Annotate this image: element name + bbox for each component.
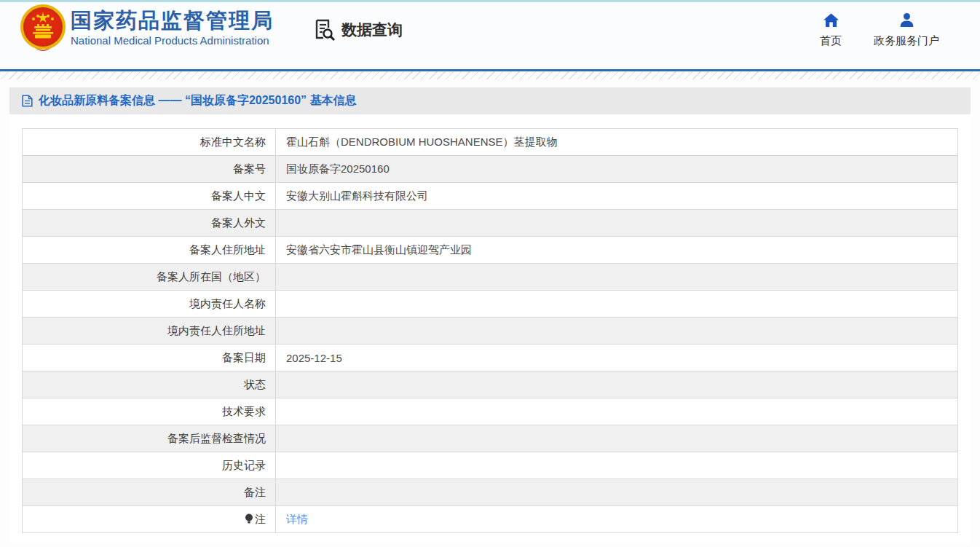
row-value: 详情 — [276, 506, 958, 533]
row-label: 境内责任人名称 — [23, 291, 276, 318]
row-value: 国妆原备字20250160 — [276, 156, 958, 183]
table-row: 注详情 — [23, 506, 958, 533]
bulb-icon — [245, 513, 253, 524]
row-value: 霍山石斛（DENDROBIUM HUOSHANENSE）茎提取物 — [276, 129, 958, 156]
nav-portal[interactable]: 政务服务门户 — [874, 12, 939, 48]
table-row: 备案日期2025-12-15 — [23, 345, 958, 371]
table-row: 备案人住所地址安徽省六安市霍山县衡山镇迎驾产业园 — [23, 237, 958, 264]
user-icon — [898, 12, 916, 29]
info-table: 标准中文名称霍山石斛（DENDROBIUM HUOSHANENSE）茎提取物备案… — [22, 128, 958, 533]
info-table-wrap: 标准中文名称霍山石斛（DENDROBIUM HUOSHANENSE）茎提取物备案… — [9, 114, 971, 543]
row-label: 备案号 — [23, 156, 276, 183]
site-header: 国家药品监督管理局 National Medical Products Admi… — [0, 2, 980, 69]
row-label: 备注 — [23, 479, 276, 506]
row-value — [276, 452, 958, 479]
row-value — [276, 479, 958, 506]
row-label: 技术要求 — [23, 398, 276, 425]
data-query-section: 数据查询 — [312, 17, 403, 42]
row-value — [276, 264, 958, 291]
brand-block: 国家药品监督管理局 National Medical Products Admi… — [71, 9, 274, 47]
row-label: 备案日期 — [23, 345, 276, 371]
table-row: 备案人中文安徽大别山霍斛科技有限公司 — [23, 183, 958, 210]
table-row: 备注 — [23, 479, 958, 506]
table-row: 境内责任人名称 — [23, 291, 958, 318]
nav-home[interactable]: 首页 — [820, 12, 842, 48]
row-label: 备案人中文 — [23, 183, 276, 210]
national-emblem-logo — [19, 4, 67, 52]
table-row: 备案人所在国（地区） — [23, 264, 958, 291]
table-row: 境内责任人住所地址 — [23, 318, 958, 345]
header-nav: 首页 政务服务门户 — [820, 12, 939, 48]
row-value — [276, 398, 958, 425]
row-value — [276, 425, 958, 452]
table-row: 标准中文名称霍山石斛（DENDROBIUM HUOSHANENSE）茎提取物 — [23, 129, 958, 156]
detail-link[interactable]: 详情 — [286, 513, 308, 525]
row-label: 标准中文名称 — [23, 129, 276, 156]
row-value — [276, 371, 958, 398]
info-table-body: 标准中文名称霍山石斛（DENDROBIUM HUOSHANENSE）茎提取物备案… — [23, 129, 958, 533]
home-icon — [822, 12, 840, 29]
row-label: 历史记录 — [23, 452, 276, 479]
nav-home-label: 首页 — [820, 34, 842, 48]
table-row: 备案人外文 — [23, 210, 958, 237]
page-title-bar: 化妆品新原料备案信息 —— “国妆原备字20250160” 基本信息 — [9, 87, 971, 114]
nav-portal-label: 政务服务门户 — [874, 34, 939, 48]
row-label: 状态 — [23, 371, 276, 398]
table-row: 备案后监督检查情况 — [23, 425, 958, 452]
row-label: 备案人外文 — [23, 210, 276, 237]
site-title-cn: 国家药品监督管理局 — [71, 9, 274, 33]
table-row: 状态 — [23, 371, 958, 398]
row-value — [276, 291, 958, 318]
row-value: 2025-12-15 — [276, 345, 958, 371]
diagonal-stripe-band — [0, 71, 980, 79]
row-value: 安徽省六安市霍山县衡山镇迎驾产业园 — [276, 237, 958, 264]
row-label: 备案后监督检查情况 — [23, 425, 276, 452]
row-label: 备案人住所地址 — [23, 237, 276, 264]
row-value: 安徽大别山霍斛科技有限公司 — [276, 183, 958, 210]
data-query-label: 数据查询 — [341, 20, 403, 40]
page-title: 化妆品新原料备案信息 —— “国妆原备字20250160” 基本信息 — [39, 93, 357, 109]
row-label: 境内责任人住所地址 — [23, 318, 276, 345]
row-value — [276, 318, 958, 345]
table-row: 技术要求 — [23, 398, 958, 425]
content-panel: 化妆品新原料备案信息 —— “国妆原备字20250160” 基本信息 标准中文名… — [9, 87, 971, 543]
row-value — [276, 210, 958, 237]
table-row: 历史记录 — [23, 452, 958, 479]
table-row: 备案号国妆原备字20250160 — [23, 156, 958, 183]
page-doc-icon — [22, 95, 33, 107]
row-label: 注 — [23, 506, 276, 533]
document-search-icon — [312, 17, 336, 42]
row-label: 备案人所在国（地区） — [23, 264, 276, 291]
site-title-en: National Medical Products Administration — [71, 34, 274, 47]
